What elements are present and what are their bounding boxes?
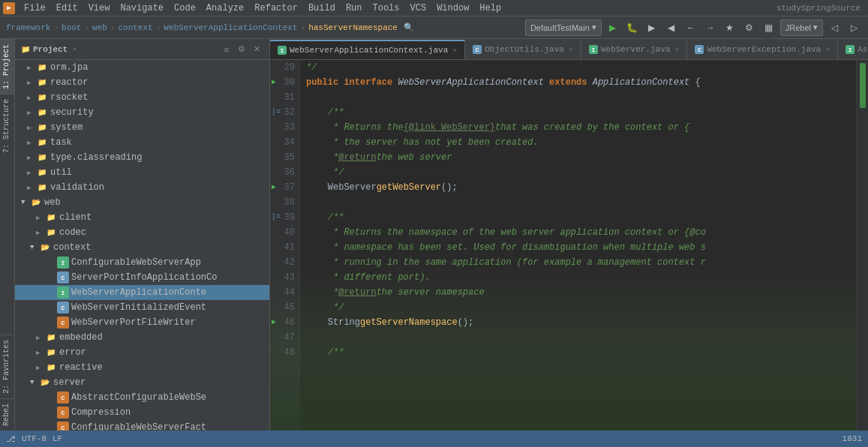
folder-icon: 📁: [36, 76, 48, 88]
menu-vcs[interactable]: VCS: [406, 2, 431, 15]
tree-item-abstractconfigurablewebse[interactable]: C AbstractConfigurableWebSe: [15, 390, 269, 405]
tree-item-system[interactable]: ▶ 📁 system: [15, 120, 269, 135]
tree-item-webserverapplicationconte[interactable]: I WebServerApplicationConte: [15, 285, 269, 300]
coverage-button[interactable]: ▶: [644, 20, 660, 36]
main-layout: 1: Project 7: Structure 2: Favorites Reb…: [0, 39, 868, 430]
run-config-dropdown[interactable]: DefaultTestMain ▾: [525, 20, 602, 36]
tree-item-configurablewebserverfact[interactable]: C ConfigurableWebServerFact: [15, 420, 269, 430]
menu-analyze[interactable]: Analyze: [202, 2, 248, 15]
tree-item-task[interactable]: ▶ 📁 task: [15, 135, 269, 150]
tab-close-button[interactable]: ✕: [452, 46, 457, 55]
tab-webserver[interactable]: I WebServer.java ✕: [581, 40, 687, 59]
tree-item-web[interactable]: ▼ 📂 web: [15, 195, 269, 210]
tree-item-util[interactable]: ▶ 📁 util: [15, 165, 269, 180]
arrow-open-icon: ▼: [30, 379, 39, 386]
tab-objectutils[interactable]: C ObjectUtils.java ✕: [465, 40, 581, 59]
tree-item-client[interactable]: ▶ 📁 client: [15, 210, 269, 225]
menu-code[interactable]: Code: [170, 2, 200, 15]
tree-item-webserverportfilewriter[interactable]: C WebServerPortFileWriter: [15, 315, 269, 330]
sidebar-item-rebel[interactable]: Rebel: [0, 398, 14, 430]
code-line-48: /**: [300, 345, 856, 360]
breadcrumb-boot[interactable]: boot: [62, 23, 81, 32]
code-content[interactable]: */ public interface WebServerApplication…: [300, 60, 856, 430]
folder-icon: 📁: [36, 166, 48, 178]
sidebar-item-structure[interactable]: 7: Structure: [0, 94, 14, 158]
tree-item-embedded[interactable]: ▶ 📁 embedded: [15, 330, 269, 345]
line-num-38: 38: [270, 195, 299, 210]
menu-tools[interactable]: Tools: [368, 2, 404, 15]
settings-gear-button[interactable]: ⚙: [235, 43, 248, 56]
tree-item-server[interactable]: ▼ 📂 server: [15, 375, 269, 390]
sidebar-item-favorites[interactable]: 2: Favorites: [0, 334, 14, 398]
tree-item-reactive[interactable]: ▶ 📁 reactive: [15, 360, 269, 375]
menu-file[interactable]: File: [20, 2, 50, 15]
tree-item-serverportinfoapplicationco[interactable]: C ServerPortInfoApplicationCo: [15, 270, 269, 285]
menu-run[interactable]: Run: [341, 2, 367, 15]
tree-item-rsocket[interactable]: ▶ 📁 rsocket: [15, 90, 269, 105]
bookmark-button[interactable]: ★: [722, 20, 738, 36]
run-button[interactable]: ▶: [605, 20, 621, 36]
search-icon[interactable]: 🔍: [404, 22, 414, 32]
tree-item-ormjpa[interactable]: ▶ 📁 orm.jpa: [15, 60, 269, 75]
run-gutter-icon3[interactable]: ▶: [272, 315, 276, 330]
tab-label: ObjectUtils.java: [485, 45, 564, 54]
line-num-35: 35: [270, 150, 299, 165]
tree-item-configurablewebserverapp[interactable]: I ConfigurableWebServerApp: [15, 255, 269, 270]
tree-label: task: [50, 137, 72, 148]
breadcrumb-class[interactable]: WebServerApplicationContext: [164, 23, 297, 32]
nav-right-button[interactable]: ▷: [845, 20, 862, 36]
tree-item-codec[interactable]: ▶ 📁 codec: [15, 225, 269, 240]
code-line-39: /**: [300, 210, 856, 225]
menu-edit[interactable]: Edit: [52, 2, 83, 15]
tree-label: ServerPortInfoApplicationCo: [71, 272, 217, 283]
run-gutter-icon[interactable]: ▶: [272, 75, 276, 90]
menu-build[interactable]: Build: [304, 2, 340, 15]
tree-item-security[interactable]: ▶ 📁 security: [15, 105, 269, 120]
tab-asyncconte[interactable]: I AsyncConte... ✕: [838, 40, 868, 59]
tab-webserverapplicationcontext[interactable]: I WebServerApplicationContext.java ✕: [270, 40, 465, 59]
tree-item-compression[interactable]: C Compression: [15, 405, 269, 420]
breadcrumb-method[interactable]: hasServerNamespace: [308, 23, 398, 32]
menu-navigate[interactable]: Navigate: [116, 2, 168, 15]
tab-close-button[interactable]: ✕: [569, 45, 573, 54]
menu-help[interactable]: Help: [475, 2, 506, 15]
tree-item-reactor[interactable]: ▶ 📁 reactor: [15, 75, 269, 90]
profile-button[interactable]: ◀: [663, 20, 680, 36]
breadcrumb-framework[interactable]: framework: [6, 23, 50, 32]
menu-refactor[interactable]: Refactor: [250, 2, 302, 15]
menu-view[interactable]: View: [84, 2, 115, 15]
line-num-31: 31: [270, 90, 299, 105]
line-num-47: 47: [270, 330, 299, 345]
class-icon: C: [57, 302, 69, 314]
class-tab-icon: C: [473, 45, 482, 54]
back-button[interactable]: ←: [683, 20, 699, 36]
tab-webserverexception[interactable]: C WebServerException.java ✕: [687, 40, 838, 59]
run-gutter-icon2[interactable]: ▶: [272, 180, 276, 195]
tree-label: embedded: [59, 332, 103, 343]
chevron-down-icon: ▾: [592, 22, 596, 32]
tree-label: codec: [59, 227, 86, 238]
chevron-down-icon2: ▾: [813, 22, 818, 32]
tab-close-button[interactable]: ✕: [674, 45, 679, 54]
forward-button[interactable]: →: [702, 20, 719, 36]
tab-close-button[interactable]: ✕: [825, 45, 830, 54]
collapse-all-button[interactable]: ≡: [220, 43, 233, 56]
class-c-icon: C: [57, 316, 69, 328]
tree-item-validation[interactable]: ▶ 📁 validation: [15, 180, 269, 195]
breadcrumb-context[interactable]: context: [118, 23, 152, 32]
jrebel-dropdown[interactable]: JRebel ▾: [780, 20, 823, 36]
status-position: 1831: [842, 434, 862, 443]
close-panel-button[interactable]: ✕: [250, 43, 263, 56]
settings-button[interactable]: ⚙: [741, 20, 758, 36]
arrow-icon: ▶: [27, 94, 36, 102]
nav-left-button[interactable]: ◁: [826, 20, 842, 36]
tree-item-error[interactable]: ▶ 📁 error: [15, 345, 269, 360]
layout-button[interactable]: ▦: [761, 20, 777, 36]
tree-item-typeclassreading[interactable]: ▶ 📁 type.classreading: [15, 150, 269, 165]
tree-item-webserverinitializedevent[interactable]: C WebServerInitializedEvent: [15, 300, 269, 315]
menu-window[interactable]: Window: [432, 2, 473, 15]
tree-item-context[interactable]: ▼ 📂 context: [15, 240, 269, 255]
debug-button[interactable]: 🐛: [624, 20, 641, 36]
breadcrumb-web[interactable]: web: [92, 23, 107, 32]
sidebar-item-project[interactable]: 1: Project: [0, 39, 14, 94]
